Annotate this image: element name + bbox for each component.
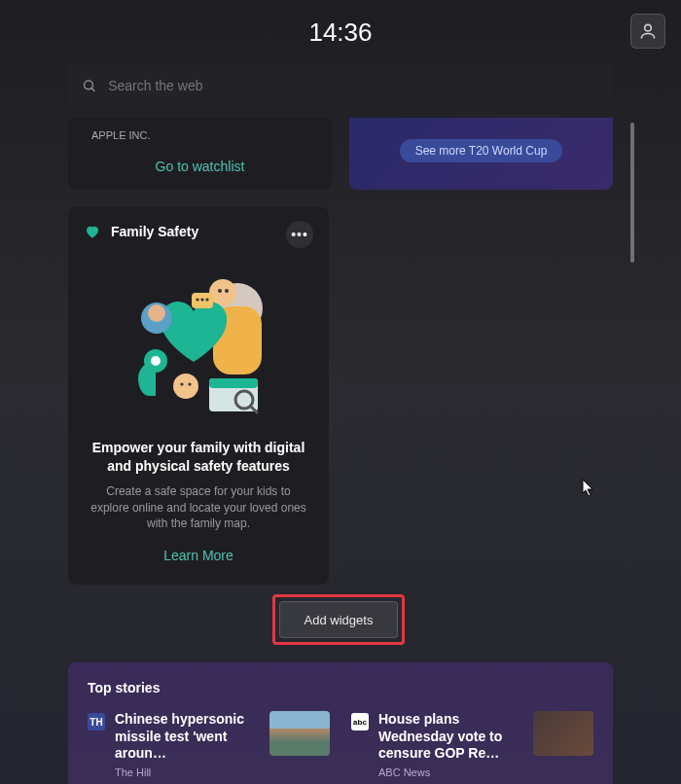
card-more-button[interactable]: ••• <box>286 221 313 248</box>
svg-point-1 <box>85 81 93 89</box>
story-source: The Hill <box>115 766 260 778</box>
family-description: Create a safe space for your kids to exp… <box>84 476 313 532</box>
svg-point-22 <box>205 298 208 301</box>
svg-point-14 <box>188 382 191 385</box>
profile-button[interactable] <box>630 14 665 49</box>
clock-time: 14:36 <box>308 18 372 48</box>
source-icon: abc <box>351 713 369 731</box>
sports-card: See more T20 World Cup <box>349 118 613 190</box>
top-stories-heading: Top stories <box>88 680 593 695</box>
search-input[interactable] <box>108 78 599 93</box>
top-stories-card: Top stories TH Chinese hypersonic missil… <box>68 662 613 784</box>
svg-rect-16 <box>209 378 258 388</box>
family-safety-card: Family Safety ••• <box>68 207 329 585</box>
watchlist-link[interactable]: Go to watchlist <box>156 159 245 174</box>
see-more-sports-pill[interactable]: See more T20 World Cup <box>400 139 563 162</box>
svg-point-20 <box>196 298 198 301</box>
story-title: House plans Wednesday vote to censure GO… <box>378 711 523 763</box>
story-item[interactable]: TH Chinese hypersonic missile test 'went… <box>88 711 330 778</box>
story-source: ABC News <box>378 766 523 778</box>
svg-point-13 <box>180 382 183 385</box>
search-icon <box>82 78 96 93</box>
search-bar[interactable] <box>68 65 613 106</box>
card-title: Family Safety <box>111 224 198 239</box>
family-heading: Empower your family with digital and phy… <box>84 439 313 476</box>
svg-line-2 <box>91 89 94 91</box>
svg-point-0 <box>645 24 652 31</box>
add-widgets-highlight: Add widgets <box>272 594 405 645</box>
add-widgets-button[interactable]: Add widgets <box>279 601 398 638</box>
story-thumbnail <box>533 711 593 756</box>
learn-more-link[interactable]: Learn More <box>163 548 233 563</box>
story-thumbnail <box>269 711 330 756</box>
story-title: Chinese hypersonic missile test 'went ar… <box>115 711 260 763</box>
user-icon <box>638 21 658 41</box>
svg-point-6 <box>225 289 229 293</box>
family-safety-icon <box>84 223 101 240</box>
svg-point-11 <box>151 356 161 366</box>
scrollbar-thumb[interactable] <box>630 123 634 263</box>
source-icon: TH <box>88 713 105 731</box>
stock-row-apple[interactable]: APPLE INC. <box>82 124 318 151</box>
watchlist-card: APPLE INC. Go to watchlist <box>68 118 332 190</box>
family-illustration <box>84 240 313 439</box>
svg-point-21 <box>200 298 203 301</box>
svg-point-5 <box>218 289 222 293</box>
svg-point-9 <box>148 304 165 322</box>
ellipsis-icon: ••• <box>291 227 308 242</box>
svg-point-12 <box>173 374 198 399</box>
story-item[interactable]: abc House plans Wednesday vote to censur… <box>351 711 593 778</box>
mouse-cursor <box>582 479 595 498</box>
